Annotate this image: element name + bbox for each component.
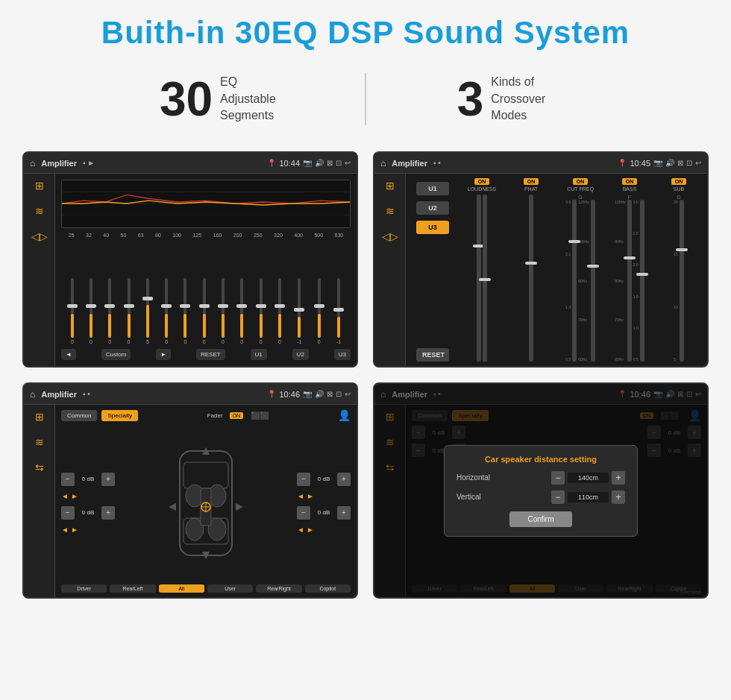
spk-rearleft-3[interactable]: RearLeft <box>110 584 155 593</box>
sidebar-vol-icon[interactable]: ◁▷ <box>31 230 48 242</box>
specialty-tabs: Common Specialty Fader ON ⬛⬛ 👤 <box>61 409 351 421</box>
screen-specialty: ⌂ Amplifier ▪ • 📍 10:46 📷 🔊 ⊠ ⊡ ↩ ⊞ ≋ ⇆ <box>22 382 358 599</box>
camera-icon-crossover: 📷 <box>653 159 662 167</box>
vol-plus-rr[interactable]: + <box>337 506 351 520</box>
freq-500: 500 <box>314 233 323 238</box>
vol-plus-fl[interactable]: + <box>101 473 115 486</box>
eq-slider-8[interactable]: 0 <box>203 278 206 344</box>
cutfreq-on[interactable]: ON <box>573 178 589 185</box>
bass-slider-1[interactable] <box>627 200 632 362</box>
eq-slider-7[interactable]: 0 <box>183 278 186 344</box>
vol-minus-fl[interactable]: − <box>61 473 75 486</box>
cutfreq-slider-1[interactable] <box>572 200 577 362</box>
eq-slider-14[interactable]: 0 <box>318 278 321 344</box>
dialog-plus-horizontal[interactable]: + <box>612 471 625 485</box>
phat-on[interactable]: ON <box>524 178 539 185</box>
screen-icon-eq: ⊠ <box>327 159 333 167</box>
u1-btn[interactable]: U1 <box>416 182 449 195</box>
eq-u2-btn[interactable]: U2 <box>292 349 309 360</box>
back-icon-crossover[interactable]: ↩ <box>695 159 701 167</box>
eq-slider-13[interactable]: -1 <box>297 278 301 344</box>
vol-plus-fr[interactable]: + <box>337 473 351 486</box>
tab-specialty-3[interactable]: Specialty <box>101 410 137 421</box>
speaker-icon-fr-1: ◄ <box>297 492 304 500</box>
eq-slider-3[interactable]: 0 <box>108 278 111 344</box>
bass-on[interactable]: ON <box>622 178 638 185</box>
tab-common-3[interactable]: Common <box>61 410 97 421</box>
topbar-icons-eq: 📍 10:44 📷 🔊 ⊠ ⊡ ↩ <box>267 159 351 168</box>
eq-slider-2[interactable]: 0 <box>90 278 92 344</box>
sidebar-wave-icon[interactable]: ≋ <box>35 205 44 217</box>
speaker-btns-3: Driver RearLeft All User RearRight Copil… <box>61 584 351 593</box>
dialog-plus-vertical[interactable]: + <box>612 491 625 504</box>
vol-val-rl: 0 dB <box>78 509 98 516</box>
fader-on-3[interactable]: ON <box>230 412 244 419</box>
eq-slider-9[interactable]: 0 <box>222 278 225 344</box>
speaker-icon-fl-1: ◄ <box>61 492 69 500</box>
loudness-on[interactable]: ON <box>474 178 490 185</box>
stat-eq-text: EQ AdjustableSegments <box>220 74 287 124</box>
reset-btn-crossover[interactable]: RESET <box>416 348 449 362</box>
topbar-time-eq: 10:44 <box>279 159 300 168</box>
spk-driver-3[interactable]: Driver <box>61 584 107 593</box>
spk-rearright-3[interactable]: RearRight <box>256 584 301 593</box>
spk-user-3[interactable]: User <box>207 584 253 593</box>
screen-body-eq: ⊞ ≋ ◁▷ <box>24 174 357 366</box>
sidebar-wave-icon-2[interactable]: ≋ <box>386 205 395 217</box>
eq-next-btn[interactable]: ► <box>156 349 171 360</box>
location-icon-specialty: 📍 <box>267 390 276 398</box>
eq-slider-6[interactable]: 0 <box>165 278 168 344</box>
sidebar-wave-icon-3[interactable]: ≋ <box>35 436 44 448</box>
sub-on[interactable]: ON <box>671 178 687 185</box>
spk-all-3[interactable]: All <box>159 584 204 593</box>
eq-reset-btn[interactable]: RESET <box>196 349 225 360</box>
eq-custom-btn[interactable]: Custom <box>101 349 131 360</box>
vol-minus-rr[interactable]: − <box>297 506 310 520</box>
sidebar-eq-icon-3[interactable]: ⊞ <box>35 411 44 423</box>
vol-ctrl-rl: − 0 dB + <box>61 506 115 520</box>
u3-btn[interactable]: U3 <box>416 221 449 234</box>
sidebar-eq-icon[interactable]: ⊞ <box>35 180 44 192</box>
home-icon-crossover[interactable]: ⌂ <box>380 158 386 168</box>
eq-slider-10[interactable]: 0 <box>240 278 243 344</box>
eq-slider-4[interactable]: 0 <box>128 278 131 344</box>
sidebar-crossover: ⊞ ≋ ◁▷ <box>374 174 406 366</box>
sub-slider[interactable] <box>680 200 684 362</box>
spk-copilot-3[interactable]: Copilot <box>305 584 351 593</box>
eq-prev-btn[interactable]: ◄ <box>61 349 76 360</box>
phat-slider[interactable] <box>529 195 533 362</box>
back-icon-specialty[interactable]: ↩ <box>345 390 351 398</box>
dialog-minus-vertical[interactable]: − <box>551 491 565 504</box>
vol-minus-fr[interactable]: − <box>297 473 310 486</box>
cutfreq-slider-2[interactable] <box>591 200 595 362</box>
stat-eq-number: 30 <box>160 75 213 123</box>
vol-plus-rl[interactable]: + <box>101 506 115 520</box>
sidebar-bt-icon-3[interactable]: ⇆ <box>35 461 44 473</box>
freq-80: 80 <box>155 233 161 238</box>
eq-slider-1[interactable]: 0 <box>71 278 74 344</box>
freq-100: 100 <box>172 233 181 238</box>
vol-minus-rl[interactable]: − <box>61 506 75 520</box>
dialog-confirm-button[interactable]: Confirm <box>509 511 571 527</box>
loudness-slider-2[interactable] <box>483 195 487 362</box>
vol-ctrl-fr: − 0 dB + <box>297 473 351 486</box>
eq-slider-5[interactable]: 5 <box>146 278 149 344</box>
dialog-minus-horizontal[interactable]: − <box>551 471 565 485</box>
u2-btn[interactable]: U2 <box>416 201 449 215</box>
home-icon-specialty[interactable]: ⌂ <box>30 389 35 400</box>
speaker-icon-rr-2: ► <box>307 526 314 534</box>
phat-label: PHAT <box>524 186 538 192</box>
eq-slider-15[interactable]: -1 <box>336 278 341 344</box>
bass-slider-2[interactable] <box>640 200 644 362</box>
back-icon-eq[interactable]: ↩ <box>345 159 351 167</box>
eq-u3-btn[interactable]: U3 <box>334 349 351 360</box>
topbar-icon-eq: ▪ ► <box>83 159 95 167</box>
screen-icon-crossover: ⊠ <box>677 159 683 167</box>
dialog-val-vertical: 110cm <box>568 492 609 502</box>
eq-u1-btn[interactable]: U1 <box>251 349 267 360</box>
eq-slider-12[interactable]: 0 <box>278 278 281 344</box>
sidebar-vol-icon-2[interactable]: ◁▷ <box>382 230 398 242</box>
home-icon-eq[interactable]: ⌂ <box>30 158 35 168</box>
sidebar-eq-icon-2[interactable]: ⊞ <box>386 180 395 192</box>
eq-slider-11[interactable]: 0 <box>260 278 263 344</box>
